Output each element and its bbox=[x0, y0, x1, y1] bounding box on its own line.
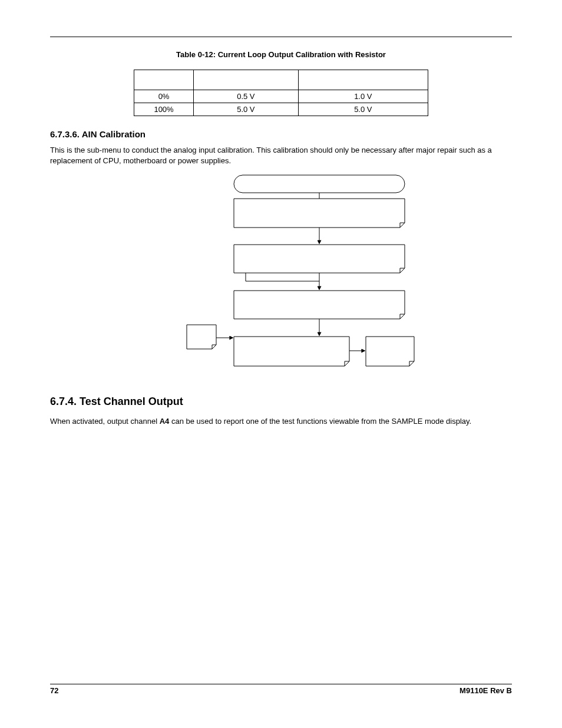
ain-calibration-heading: 6.7.3.6. AIN Calibration bbox=[50, 129, 512, 139]
top-rule bbox=[50, 37, 512, 37]
para-text-pre: When activated, output channel bbox=[50, 417, 160, 426]
table-header-blank-2 bbox=[298, 70, 428, 90]
table-cell: 5.0 V bbox=[298, 103, 428, 116]
table-header-blank-1 bbox=[194, 70, 299, 90]
table-cell: 0% bbox=[134, 90, 194, 103]
table-cell: 1.0 V bbox=[298, 90, 428, 103]
table-row: 100% 5.0 V 5.0 V bbox=[134, 103, 428, 116]
table-cell: 5.0 V bbox=[194, 103, 299, 116]
table-caption: Table 0-12: Current Loop Output Calibrat… bbox=[50, 50, 512, 59]
table-header-blank-0 bbox=[134, 70, 194, 90]
para-text-post: can be used to report one of the test fu… bbox=[169, 417, 471, 426]
test-channel-output-paragraph: When activated, output channel A4 can be… bbox=[50, 416, 512, 427]
page-number: 72 bbox=[50, 686, 58, 695]
doc-revision: M9110E Rev B bbox=[459, 686, 512, 695]
page-footer: 72 M9110E Rev B bbox=[50, 684, 512, 695]
table-cell: 0.5 V bbox=[194, 90, 299, 103]
para-text-bold: A4 bbox=[160, 417, 170, 426]
flowchart bbox=[146, 174, 416, 375]
calibration-table: 0% 0.5 V 1.0 V 100% 5.0 V 5.0 V bbox=[134, 70, 428, 116]
svg-rect-0 bbox=[234, 175, 405, 193]
table-row: 0% 0.5 V 1.0 V bbox=[134, 90, 428, 103]
table-cell: 100% bbox=[134, 103, 194, 116]
footer-rule bbox=[50, 684, 512, 684]
test-channel-output-heading: 6.7.4. Test Channel Output bbox=[50, 396, 512, 408]
ain-calibration-paragraph: This is the sub-menu to conduct the anal… bbox=[50, 145, 512, 166]
